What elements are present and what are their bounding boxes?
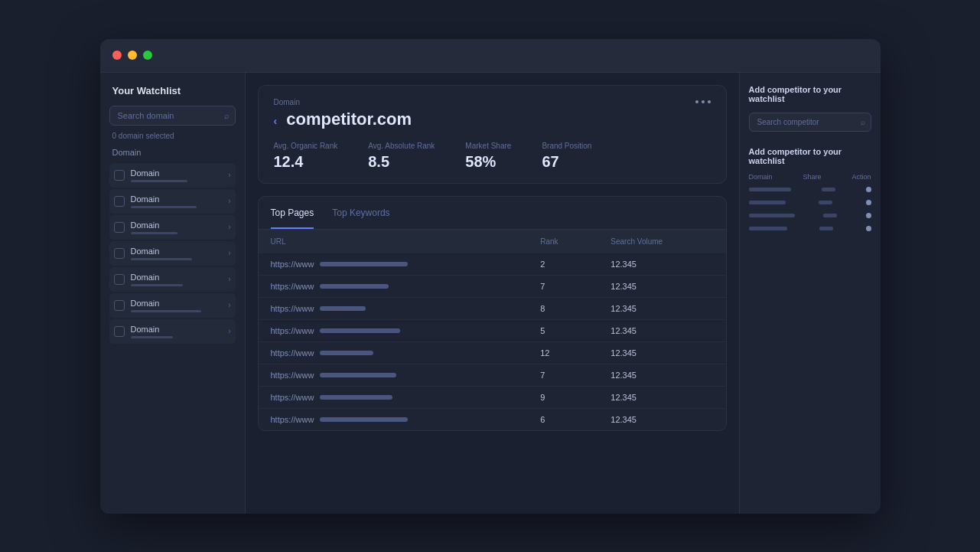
- domain-bar: [131, 232, 178, 234]
- col-header-url: URL: [259, 230, 529, 253]
- metric-3: Brand Position 67: [542, 142, 591, 171]
- sidebar-domain-item[interactable]: Domain ›: [109, 267, 236, 292]
- wt-share-bar: [823, 214, 837, 217]
- domain-bar: [131, 180, 187, 182]
- domain-bar: [131, 310, 202, 312]
- domain-bar: [131, 206, 197, 208]
- metrics-row: Avg. Organic Rank 12.4 Avg. Absolute Ran…: [274, 142, 711, 171]
- search-icon: ⌕: [224, 111, 230, 120]
- rank-cell: 7: [528, 275, 598, 297]
- metric-label: Brand Position: [542, 142, 591, 150]
- sidebar-title: Your Watchlist: [109, 85, 236, 96]
- sidebar: Your Watchlist ⌕ 0 domain selected Domai…: [100, 73, 246, 514]
- tab-top-pages[interactable]: Top Pages: [271, 207, 314, 229]
- table-row: https://www 9 12.345: [259, 386, 726, 408]
- url-cell: https://www: [259, 319, 529, 341]
- minimize-button[interactable]: [128, 51, 137, 60]
- rank-cell: 9: [528, 386, 598, 408]
- table-row: https://www 7 12.345: [259, 364, 726, 386]
- sidebar-domain-item[interactable]: Domain ›: [109, 215, 236, 240]
- chevron-right-icon: ›: [228, 275, 230, 283]
- url-cell: https://www: [259, 297, 529, 319]
- table-body: https://www 2 12.345 https://www 7 12.34…: [259, 253, 726, 430]
- metric-value: 12.4: [274, 153, 338, 171]
- watchlist-row: [749, 187, 871, 192]
- metric-label: Avg. Absolute Rank: [368, 142, 435, 150]
- domain-item-label: Domain: [131, 168, 226, 178]
- title-bar: [100, 39, 881, 73]
- watchlist-table-header: Domain Share Action: [749, 173, 871, 181]
- domain-item-content: Domain: [131, 273, 226, 286]
- col-header-rank: Rank: [528, 230, 598, 253]
- url-cell: https://www: [259, 408, 529, 430]
- rank-cell: 7: [528, 364, 598, 386]
- search-input[interactable]: [109, 106, 236, 126]
- wt-domain-col-header: Domain: [749, 173, 773, 181]
- back-arrow-icon[interactable]: ‹: [274, 115, 278, 127]
- action-dot-icon[interactable]: [866, 200, 871, 205]
- domain-list-header: Domain: [109, 148, 236, 157]
- wt-action-col-header: Action: [851, 173, 871, 181]
- volume-cell: 12.345: [598, 319, 725, 341]
- domain-url: ‹ competitor.com: [274, 109, 711, 129]
- domain-item-content: Domain: [131, 325, 226, 338]
- domain-item-label: Domain: [131, 194, 226, 204]
- url-bar: [320, 373, 396, 377]
- watchlist-row: [749, 226, 871, 231]
- table-row: https://www 5 12.345: [259, 319, 726, 341]
- domain-checkbox[interactable]: [114, 248, 125, 259]
- tabs-header: Top PagesTop Keywords: [259, 197, 726, 230]
- action-dot-icon[interactable]: [866, 187, 871, 192]
- wt-domain-bar: [749, 227, 787, 230]
- domain-checkbox[interactable]: [114, 274, 125, 285]
- url-text: https://www: [271, 348, 314, 358]
- url-text: https://www: [271, 371, 314, 380]
- domain-item-content: Domain: [131, 194, 226, 208]
- volume-cell: 12.345: [598, 253, 725, 276]
- volume-cell: 12.345: [598, 297, 725, 319]
- rank-cell: 6: [528, 408, 598, 430]
- more-options-button[interactable]: [695, 100, 711, 103]
- domain-checkbox[interactable]: [114, 170, 125, 181]
- close-button[interactable]: [112, 51, 122, 60]
- sidebar-domain-item[interactable]: Domain ›: [109, 189, 236, 214]
- maximize-button[interactable]: [143, 51, 152, 60]
- domain-checkbox[interactable]: [114, 300, 125, 311]
- competitor-search-input[interactable]: [749, 113, 871, 132]
- domain-checkbox[interactable]: [114, 196, 125, 207]
- domain-checkbox[interactable]: [114, 326, 125, 337]
- url-cell: https://www: [259, 364, 529, 386]
- action-dot-icon[interactable]: [866, 226, 871, 231]
- metric-value: 67: [542, 153, 591, 171]
- url-cell: https://www: [259, 253, 529, 276]
- domain-bar: [131, 258, 192, 260]
- watchlist-row: [749, 200, 871, 205]
- main-content: Domain ‹ competitor.com Avg. Organic Ran…: [246, 73, 739, 514]
- sidebar-domain-item[interactable]: Domain ›: [109, 163, 236, 188]
- domain-item-content: Domain: [131, 247, 226, 260]
- domain-item-label: Domain: [131, 247, 226, 256]
- url-bar: [320, 417, 408, 422]
- domain-item-label: Domain: [131, 273, 226, 282]
- table-row: https://www 7 12.345: [259, 275, 726, 297]
- domain-item-label: Domain: [131, 220, 226, 230]
- sidebar-domain-item[interactable]: Domain ›: [109, 241, 236, 266]
- metric-0: Avg. Organic Rank 12.4: [274, 142, 338, 171]
- wt-share-bar: [819, 201, 832, 204]
- domain-item-content: Domain: [131, 220, 226, 234]
- traffic-lights: [112, 51, 152, 60]
- dot-icon: [708, 100, 711, 103]
- wt-domain-bar: [749, 214, 795, 217]
- action-dot-icon[interactable]: [866, 213, 871, 218]
- domain-list: Domain › Domain › Domain › Domain › Doma…: [109, 163, 236, 344]
- sidebar-domain-item[interactable]: Domain ›: [109, 293, 236, 318]
- metric-value: 58%: [465, 153, 511, 171]
- tabs-panel: Top PagesTop Keywords URLRankSearch Volu…: [258, 196, 727, 431]
- sidebar-domain-item[interactable]: Domain ›: [109, 319, 236, 344]
- tab-top-keywords[interactable]: Top Keywords: [332, 207, 389, 229]
- competitor-search-icon: ⌕: [861, 118, 865, 126]
- chevron-right-icon: ›: [228, 327, 230, 335]
- volume-cell: 12.345: [598, 341, 725, 364]
- domain-checkbox[interactable]: [114, 222, 125, 233]
- domain-card: Domain ‹ competitor.com Avg. Organic Ran…: [258, 85, 727, 184]
